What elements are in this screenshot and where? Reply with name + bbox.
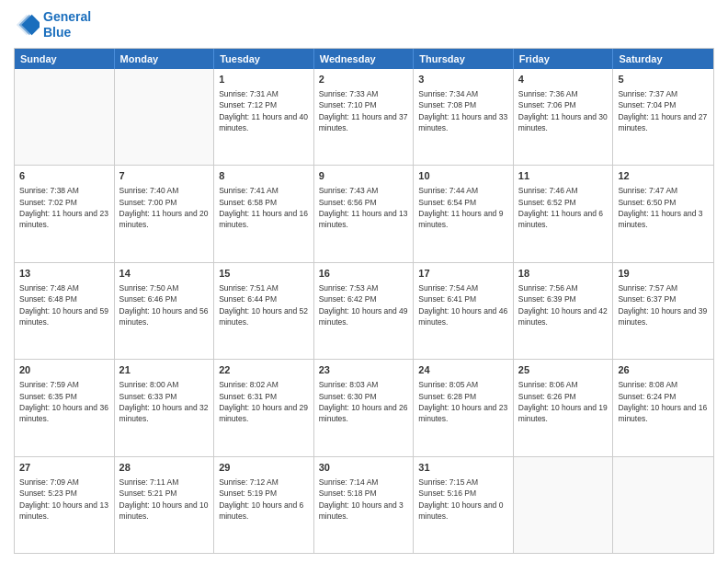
- cell-info: Sunrise: 7:44 AMSunset: 6:54 PMDaylight:…: [418, 185, 508, 230]
- calendar-cell: 26Sunrise: 8:08 AMSunset: 6:24 PMDayligh…: [613, 360, 713, 455]
- calendar-cell: 23Sunrise: 8:03 AMSunset: 6:30 PMDayligh…: [314, 360, 415, 455]
- calendar-cell: 31Sunrise: 7:15 AMSunset: 5:16 PMDayligh…: [414, 457, 514, 553]
- calendar-row: 6Sunrise: 7:38 AMSunset: 7:02 PMDaylight…: [15, 165, 713, 261]
- calendar-cell: 1Sunrise: 7:31 AMSunset: 7:12 PMDaylight…: [214, 69, 314, 165]
- day-number: 12: [618, 169, 709, 183]
- calendar-cell: 9Sunrise: 7:43 AMSunset: 6:56 PMDaylight…: [314, 166, 415, 261]
- calendar-row: 20Sunrise: 7:59 AMSunset: 6:35 PMDayligh…: [15, 359, 713, 455]
- calendar-cell: [613, 457, 713, 553]
- cell-info: Sunrise: 7:54 AMSunset: 6:41 PMDaylight:…: [418, 282, 508, 327]
- calendar-cell: 28Sunrise: 7:11 AMSunset: 5:21 PMDayligh…: [115, 457, 215, 553]
- calendar-cell: 6Sunrise: 7:38 AMSunset: 7:02 PMDaylight…: [15, 166, 115, 261]
- day-number: 16: [319, 267, 409, 281]
- cell-info: Sunrise: 7:48 AMSunset: 6:48 PMDaylight:…: [19, 282, 109, 327]
- cell-info: Sunrise: 7:11 AMSunset: 5:21 PMDaylight:…: [119, 477, 210, 522]
- calendar-cell: 5Sunrise: 7:37 AMSunset: 7:04 PMDaylight…: [613, 69, 713, 165]
- day-number: 30: [319, 461, 409, 475]
- calendar-cell: 29Sunrise: 7:12 AMSunset: 5:19 PMDayligh…: [214, 457, 314, 553]
- calendar-cell: 16Sunrise: 7:53 AMSunset: 6:42 PMDayligh…: [314, 263, 415, 359]
- cell-info: Sunrise: 7:50 AMSunset: 6:46 PMDaylight:…: [119, 282, 210, 327]
- cell-info: Sunrise: 7:56 AMSunset: 6:39 PMDaylight:…: [518, 282, 609, 327]
- cell-info: Sunrise: 7:36 AMSunset: 7:06 PMDaylight:…: [518, 88, 609, 133]
- day-number: 4: [518, 73, 609, 86]
- cell-info: Sunrise: 7:37 AMSunset: 7:04 PMDaylight:…: [618, 88, 709, 133]
- header: General Blue: [14, 9, 714, 40]
- cell-info: Sunrise: 7:34 AMSunset: 7:08 PMDaylight:…: [418, 88, 508, 133]
- calendar-cell: 25Sunrise: 8:06 AMSunset: 6:26 PMDayligh…: [514, 360, 614, 455]
- day-number: 10: [418, 169, 508, 183]
- logo: General Blue: [14, 9, 91, 40]
- logo-icon: [14, 12, 40, 38]
- day-number: 17: [418, 267, 508, 281]
- calendar-cell: [15, 69, 115, 165]
- cell-info: Sunrise: 7:59 AMSunset: 6:35 PMDaylight:…: [19, 379, 109, 424]
- weekday-header: Sunday: [15, 49, 115, 69]
- cell-info: Sunrise: 7:40 AMSunset: 7:00 PMDaylight:…: [119, 185, 210, 230]
- day-number: 8: [219, 169, 309, 183]
- day-number: 27: [19, 461, 109, 475]
- day-number: 19: [618, 267, 709, 281]
- cell-info: Sunrise: 7:47 AMSunset: 6:50 PMDaylight:…: [618, 185, 709, 230]
- calendar-header: SundayMondayTuesdayWednesdayThursdayFrid…: [15, 49, 713, 69]
- calendar-cell: [115, 69, 215, 165]
- calendar-cell: 13Sunrise: 7:48 AMSunset: 6:48 PMDayligh…: [15, 263, 115, 359]
- day-number: 15: [219, 267, 309, 281]
- weekday-header: Friday: [514, 49, 614, 69]
- cell-info: Sunrise: 7:38 AMSunset: 7:02 PMDaylight:…: [19, 185, 109, 230]
- page: General Blue SundayMondayTuesdayWednesda…: [0, 0, 728, 563]
- day-number: 9: [319, 169, 409, 183]
- cell-info: Sunrise: 7:57 AMSunset: 6:37 PMDaylight:…: [618, 282, 709, 327]
- calendar-cell: 22Sunrise: 8:02 AMSunset: 6:31 PMDayligh…: [214, 360, 314, 455]
- calendar-cell: 15Sunrise: 7:51 AMSunset: 6:44 PMDayligh…: [214, 263, 314, 359]
- calendar-cell: 10Sunrise: 7:44 AMSunset: 6:54 PMDayligh…: [414, 166, 514, 261]
- day-number: 23: [319, 363, 409, 377]
- day-number: 31: [418, 461, 508, 475]
- day-number: 11: [518, 169, 609, 183]
- calendar-cell: 20Sunrise: 7:59 AMSunset: 6:35 PMDayligh…: [15, 360, 115, 455]
- weekday-header: Tuesday: [214, 49, 314, 69]
- weekday-header: Thursday: [414, 49, 514, 69]
- calendar: SundayMondayTuesdayWednesdayThursdayFrid…: [14, 48, 714, 554]
- day-number: 2: [319, 73, 409, 86]
- day-number: 21: [119, 363, 210, 377]
- cell-info: Sunrise: 7:14 AMSunset: 5:18 PMDaylight:…: [319, 477, 409, 522]
- day-number: 20: [19, 363, 109, 377]
- calendar-cell: 17Sunrise: 7:54 AMSunset: 6:41 PMDayligh…: [414, 263, 514, 359]
- cell-info: Sunrise: 7:33 AMSunset: 7:10 PMDaylight:…: [319, 88, 409, 133]
- calendar-cell: 18Sunrise: 7:56 AMSunset: 6:39 PMDayligh…: [514, 263, 614, 359]
- weekday-header: Wednesday: [314, 49, 415, 69]
- cell-info: Sunrise: 8:06 AMSunset: 6:26 PMDaylight:…: [518, 379, 609, 424]
- day-number: 24: [418, 363, 508, 377]
- calendar-cell: [514, 457, 614, 553]
- weekday-header: Saturday: [613, 49, 713, 69]
- cell-info: Sunrise: 7:09 AMSunset: 5:23 PMDaylight:…: [19, 477, 109, 522]
- cell-info: Sunrise: 7:12 AMSunset: 5:19 PMDaylight:…: [219, 477, 309, 522]
- calendar-row: 13Sunrise: 7:48 AMSunset: 6:48 PMDayligh…: [15, 262, 713, 359]
- calendar-row: 27Sunrise: 7:09 AMSunset: 5:23 PMDayligh…: [15, 456, 713, 553]
- calendar-cell: 4Sunrise: 7:36 AMSunset: 7:06 PMDaylight…: [514, 69, 614, 165]
- calendar-cell: 19Sunrise: 7:57 AMSunset: 6:37 PMDayligh…: [613, 263, 713, 359]
- weekday-header: Monday: [115, 49, 215, 69]
- day-number: 25: [518, 363, 609, 377]
- cell-info: Sunrise: 7:31 AMSunset: 7:12 PMDaylight:…: [219, 88, 309, 133]
- calendar-cell: 21Sunrise: 8:00 AMSunset: 6:33 PMDayligh…: [115, 360, 215, 455]
- cell-info: Sunrise: 8:02 AMSunset: 6:31 PMDaylight:…: [219, 379, 309, 424]
- calendar-cell: 24Sunrise: 8:05 AMSunset: 6:28 PMDayligh…: [414, 360, 514, 455]
- logo-text: General Blue: [43, 9, 91, 40]
- cell-info: Sunrise: 8:08 AMSunset: 6:24 PMDaylight:…: [618, 379, 709, 424]
- cell-info: Sunrise: 7:43 AMSunset: 6:56 PMDaylight:…: [319, 185, 409, 230]
- cell-info: Sunrise: 7:53 AMSunset: 6:42 PMDaylight:…: [319, 282, 409, 327]
- day-number: 1: [219, 73, 309, 86]
- day-number: 5: [618, 73, 709, 86]
- cell-info: Sunrise: 8:00 AMSunset: 6:33 PMDaylight:…: [119, 379, 210, 424]
- calendar-cell: 12Sunrise: 7:47 AMSunset: 6:50 PMDayligh…: [613, 166, 713, 261]
- calendar-cell: 3Sunrise: 7:34 AMSunset: 7:08 PMDaylight…: [414, 69, 514, 165]
- day-number: 28: [119, 461, 210, 475]
- day-number: 6: [19, 169, 109, 183]
- day-number: 18: [518, 267, 609, 281]
- cell-info: Sunrise: 7:51 AMSunset: 6:44 PMDaylight:…: [219, 282, 309, 327]
- day-number: 26: [618, 363, 709, 377]
- cell-info: Sunrise: 8:05 AMSunset: 6:28 PMDaylight:…: [418, 379, 508, 424]
- day-number: 22: [219, 363, 309, 377]
- calendar-cell: 8Sunrise: 7:41 AMSunset: 6:58 PMDaylight…: [214, 166, 314, 261]
